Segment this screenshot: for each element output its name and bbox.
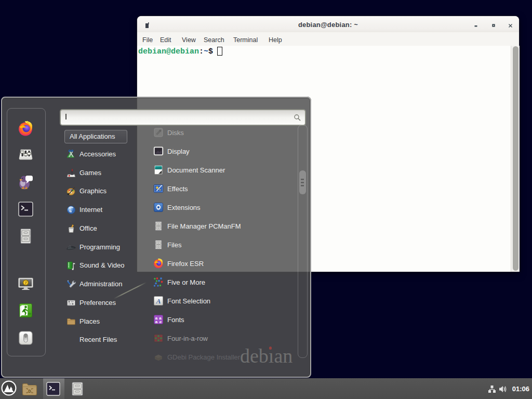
svg-text:A: A bbox=[156, 297, 161, 305]
svg-text:D: D bbox=[28, 389, 31, 394]
svg-text:a: a bbox=[159, 320, 162, 324]
svg-text:a: a bbox=[155, 320, 158, 324]
